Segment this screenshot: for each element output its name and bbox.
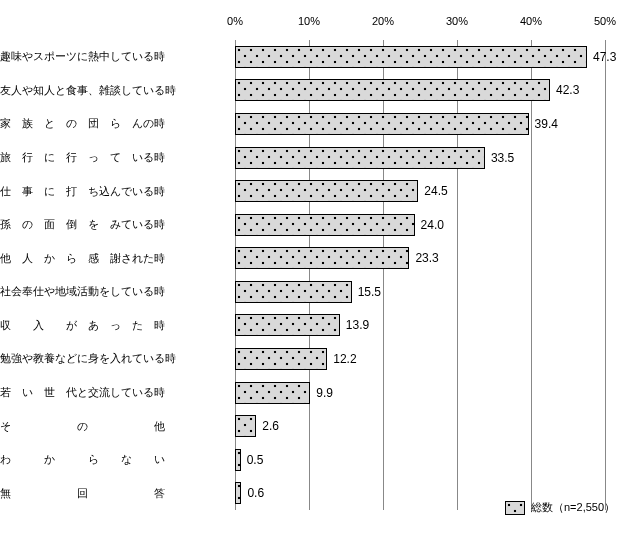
bar-row: 15.5: [235, 281, 381, 303]
category-label: 家 族 と の 団 ら んの時: [0, 113, 225, 135]
bar: [235, 348, 327, 370]
category-label: 収 入 が あ っ た 時: [0, 314, 225, 336]
value-label: 24.5: [424, 184, 447, 198]
bar-row: 13.9: [235, 314, 369, 336]
plot-area: 47.342.339.433.524.524.023.315.513.912.2…: [235, 40, 605, 510]
bar-row: 0.6: [235, 482, 264, 504]
value-label: 9.9: [316, 386, 333, 400]
bar-row: 24.5: [235, 180, 448, 202]
axis-tick: 50%: [594, 15, 616, 27]
bar-row: 23.3: [235, 247, 439, 269]
bar: [235, 113, 529, 135]
value-label: 23.3: [415, 251, 438, 265]
value-label: 0.5: [247, 453, 264, 467]
value-label: 2.6: [262, 419, 279, 433]
category-label: 友人や知人と食事、雑談している時: [0, 79, 225, 101]
legend-swatch-icon: [505, 501, 525, 515]
category-label: 若 い 世 代と交流している時: [0, 382, 225, 404]
category-label: 無 回 答: [0, 482, 225, 504]
bar-row: 47.3: [235, 46, 616, 68]
value-label: 0.6: [247, 486, 264, 500]
bar-row: 9.9: [235, 382, 333, 404]
category-label: 勉強や教養などに身を入れている時: [0, 348, 225, 370]
bar: [235, 79, 550, 101]
value-label: 12.2: [333, 352, 356, 366]
bar-row: 2.6: [235, 415, 279, 437]
value-label: 47.3: [593, 50, 616, 64]
value-label: 15.5: [358, 285, 381, 299]
bar: [235, 415, 256, 437]
category-label: そ の 他: [0, 415, 225, 437]
bar: [235, 46, 587, 68]
category-label: 他 人 か ら 感 謝された時: [0, 247, 225, 269]
bar: [235, 180, 418, 202]
legend-label: 総数（n=2,550）: [531, 500, 615, 515]
axis-tick: 0%: [227, 15, 243, 27]
category-label: 旅 行 に 行 っ て いる時: [0, 147, 225, 169]
value-label: 39.4: [535, 117, 558, 131]
value-label: 24.0: [421, 218, 444, 232]
bar: [235, 314, 340, 336]
gridline: [605, 40, 606, 510]
value-label: 13.9: [346, 318, 369, 332]
category-label: 孫 の 面 倒 を みている時: [0, 214, 225, 236]
legend: 総数（n=2,550）: [505, 500, 615, 515]
bar-row: 33.5: [235, 147, 514, 169]
category-label: わ か ら な い: [0, 449, 225, 471]
bar: [235, 449, 241, 471]
axis-tick: 20%: [372, 15, 394, 27]
axis-tick: 30%: [446, 15, 468, 27]
category-label: 社会奉仕や地域活動をしている時: [0, 281, 225, 303]
axis-tick: 40%: [520, 15, 542, 27]
value-label: 42.3: [556, 83, 579, 97]
bar: [235, 482, 241, 504]
bar: [235, 382, 310, 404]
bar-row: 12.2: [235, 348, 357, 370]
bar: [235, 281, 352, 303]
bar-row: 24.0: [235, 214, 444, 236]
category-label: 趣味やスポーツに熱中している時: [0, 46, 225, 68]
category-label: 仕 事 に 打 ち込んでいる時: [0, 180, 225, 202]
bar: [235, 214, 415, 236]
bar-row: 39.4: [235, 113, 558, 135]
bar: [235, 147, 485, 169]
bar: [235, 247, 409, 269]
axis-tick: 10%: [298, 15, 320, 27]
bar-chart: 0%10%20%30%40%50% 趣味やスポーツに熱中している時友人や知人と食…: [0, 0, 640, 540]
value-label: 33.5: [491, 151, 514, 165]
bar-row: 42.3: [235, 79, 579, 101]
bar-row: 0.5: [235, 449, 263, 471]
